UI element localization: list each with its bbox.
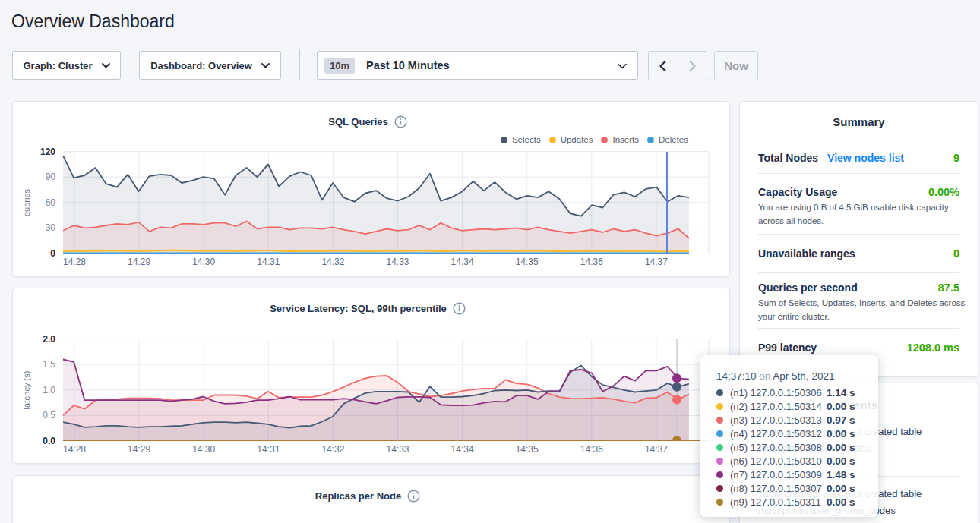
svg-text:latency (s): latency (s) — [22, 371, 31, 410]
svg-text:0.5: 0.5 — [43, 410, 55, 421]
svg-text:14:35: 14:35 — [516, 444, 539, 455]
svg-text:14:29: 14:29 — [128, 257, 150, 267]
svg-text:14:31: 14:31 — [257, 444, 280, 455]
svg-text:14:28: 14:28 — [63, 257, 86, 267]
svg-text:60: 60 — [46, 197, 56, 208]
svg-text:14:34: 14:34 — [451, 257, 474, 267]
svg-text:14:33: 14:33 — [386, 257, 409, 267]
svg-text:120: 120 — [40, 147, 55, 157]
svg-text:14:36: 14:36 — [580, 257, 603, 267]
svg-text:14:36: 14:36 — [580, 444, 603, 455]
svg-text:14:32: 14:32 — [321, 257, 344, 267]
svg-text:14:33: 14:33 — [386, 444, 409, 455]
svg-text:14:37: 14:37 — [645, 444, 668, 455]
svg-text:0: 0 — [50, 248, 55, 259]
svg-text:14:31: 14:31 — [257, 257, 280, 267]
svg-text:14:29: 14:29 — [128, 444, 150, 455]
svg-text:14:28: 14:28 — [63, 444, 86, 455]
svg-text:0.0: 0.0 — [43, 436, 55, 446]
svg-text:14:37: 14:37 — [645, 257, 668, 267]
svg-text:queries: queries — [22, 188, 31, 216]
svg-text:30: 30 — [46, 222, 56, 233]
svg-text:14:34: 14:34 — [451, 444, 474, 455]
svg-text:90: 90 — [46, 172, 56, 182]
svg-text:14:35: 14:35 — [516, 257, 539, 267]
svg-text:2.0: 2.0 — [43, 334, 55, 345]
svg-text:14:32: 14:32 — [321, 444, 344, 455]
svg-text:1.0: 1.0 — [43, 385, 55, 395]
svg-text:14:30: 14:30 — [192, 257, 215, 267]
svg-text:14:30: 14:30 — [192, 444, 215, 455]
svg-text:1.5: 1.5 — [43, 359, 55, 370]
